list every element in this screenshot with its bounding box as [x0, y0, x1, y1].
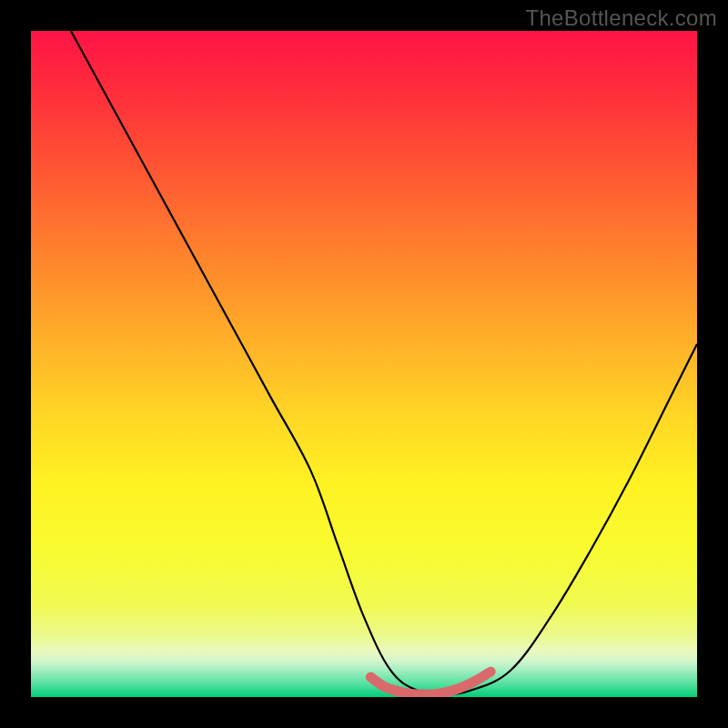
chart-frame: TheBottleneck.com: [0, 0, 728, 728]
plot-area: [31, 31, 697, 697]
sweet-spot-marker: [370, 672, 490, 694]
watermark-text: TheBottleneck.com: [525, 5, 717, 31]
curve-layer: [31, 31, 697, 697]
bottleneck-curve: [71, 31, 697, 693]
